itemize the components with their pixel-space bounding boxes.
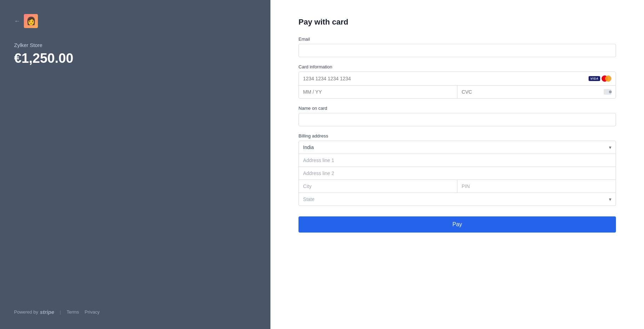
mc-circle-right xyxy=(605,75,611,82)
footer-divider: | xyxy=(60,309,61,315)
email-group: Email xyxy=(298,36,616,57)
merchant-info: Zylker Store €1,250.00 xyxy=(14,42,73,66)
email-label: Email xyxy=(298,36,616,42)
country-select[interactable]: India ▾ xyxy=(299,141,616,154)
state-select[interactable]: State ▾ xyxy=(299,193,616,206)
mastercard-icon xyxy=(602,75,611,82)
visa-icon: VISA xyxy=(589,76,600,81)
chevron-down-icon: ▾ xyxy=(609,145,611,150)
card-expiry-cvc-row xyxy=(299,86,616,98)
card-expiry-input[interactable] xyxy=(299,86,457,98)
pin-input[interactable] xyxy=(457,180,616,193)
name-group: Name on card xyxy=(298,106,616,126)
state-placeholder-text: State xyxy=(303,196,609,202)
email-input[interactable] xyxy=(298,44,616,57)
card-cvc-row xyxy=(457,86,616,98)
back-arrow-icon[interactable]: ← xyxy=(14,18,20,25)
merchant-logo: 👩 xyxy=(24,14,38,28)
state-chevron-down-icon: ▾ xyxy=(609,196,611,202)
left-panel: ← 👩 Zylker Store €1,250.00 Powered by st… xyxy=(0,0,270,329)
left-top-section: ← 👩 Zylker Store €1,250.00 xyxy=(14,14,256,66)
card-icons: VISA xyxy=(589,75,611,82)
address-line2-row xyxy=(299,167,616,180)
billing-label: Billing address xyxy=(298,133,616,139)
address-line2-input[interactable] xyxy=(303,170,611,176)
billing-address-group: Billing address India ▾ State ▾ xyxy=(298,133,616,206)
address-line1-row xyxy=(299,154,616,167)
left-footer: Powered by stripe | Terms Privacy xyxy=(14,309,256,315)
name-input[interactable] xyxy=(298,113,616,126)
name-label: Name on card xyxy=(298,106,616,111)
cvc-card-icon xyxy=(604,89,611,95)
card-info-box: VISA xyxy=(298,72,616,99)
address-box: India ▾ State ▾ xyxy=(298,141,616,206)
card-info-group: Card information VISA xyxy=(298,64,616,99)
right-panel: Pay with card Email Card information VIS… xyxy=(270,0,644,329)
terms-link[interactable]: Terms xyxy=(67,309,79,315)
country-value: India xyxy=(303,145,609,150)
powered-by: Powered by stripe xyxy=(14,309,54,315)
merchant-name: Zylker Store xyxy=(14,42,73,48)
stripe-logo: stripe xyxy=(40,309,54,315)
city-pin-row xyxy=(299,180,616,193)
card-number-row: VISA xyxy=(299,72,616,86)
merchant-amount: €1,250.00 xyxy=(14,51,73,66)
card-info-label: Card information xyxy=(298,64,616,69)
address-line1-input[interactable] xyxy=(303,157,611,163)
pay-button[interactable]: Pay xyxy=(298,216,616,233)
city-input[interactable] xyxy=(299,180,457,193)
back-row: ← 👩 xyxy=(14,14,38,28)
powered-by-text: Powered by xyxy=(14,309,38,315)
card-cvc-input[interactable] xyxy=(462,86,604,98)
privacy-link[interactable]: Privacy xyxy=(85,309,100,315)
card-number-input[interactable] xyxy=(303,76,589,81)
form-title: Pay with card xyxy=(298,18,616,27)
